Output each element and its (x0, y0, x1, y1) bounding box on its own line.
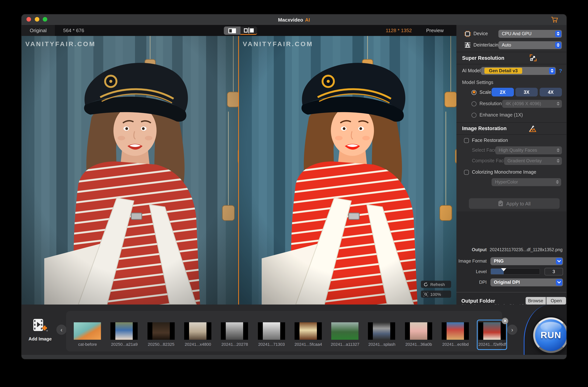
title-bar: MacxvideoAI (21, 14, 567, 25)
close-icon[interactable]: ✕ (502, 318, 508, 324)
settings-sidebar: Device CPU And GPU Deinterlacing Auto (456, 25, 567, 304)
tab-original[interactable]: Original (21, 25, 55, 36)
open-button[interactable]: Open (546, 297, 566, 304)
image-format-dropdown[interactable]: PNG (490, 257, 563, 265)
enhanced-photo (239, 36, 456, 304)
preview-size: 1128 * 1352 (386, 25, 412, 36)
thumbnail-image[interactable] (479, 322, 506, 340)
composite-face-row: Composite Face Gradient Overlay (456, 155, 567, 166)
scale-2x-button[interactable]: 2X (492, 88, 514, 96)
apply-to-all-button[interactable]: Apply to All (469, 198, 560, 209)
original-pane[interactable]: VANITYFAIR.COM (21, 36, 238, 304)
thumbnail-label: 20241...x4800 (177, 342, 219, 346)
output-row: Output 20241231170235...df_1128x1352.png (456, 244, 567, 255)
scroll-left-button[interactable]: ‹ (56, 324, 66, 335)
stepper-icon (555, 30, 561, 37)
device-dropdown[interactable]: CPU And GPU (498, 30, 562, 38)
deinterlacing-dropdown[interactable]: Auto (498, 41, 562, 49)
thumbnail-image[interactable] (111, 322, 138, 340)
deinterlacing-row: Deinterlacing Auto (456, 40, 567, 50)
ai-model-dropdown[interactable]: Gen Detail v3 (481, 67, 556, 75)
thumbnail[interactable]: 20241...a11327 (327, 311, 363, 351)
face-restoration-checkbox[interactable] (464, 138, 469, 143)
app-window: MacxvideoAI Original 564 * 676 1128 * 13… (21, 14, 567, 359)
thumbnail[interactable]: 20241...71303 (253, 311, 290, 351)
thumbnail-image[interactable] (442, 322, 469, 340)
thumbnail-image[interactable] (331, 322, 358, 340)
device-row: Device CPU And GPU (456, 28, 567, 39)
shopping-cart-icon[interactable] (550, 16, 558, 23)
thumbnail-image[interactable] (405, 322, 432, 340)
scale-3x-button[interactable]: 3X (515, 88, 538, 96)
colorizing-row: Colorizing Monochrome Image (456, 167, 567, 177)
thumbnail-image[interactable] (74, 322, 101, 340)
cpu-chip-icon (464, 30, 471, 37)
dpi-row: DPI Original DPI (456, 277, 567, 287)
thumbnail-label: 20241...71303 (251, 342, 292, 346)
select-face-dropdown: High Quality Faces (495, 146, 562, 154)
stepper-icon (555, 158, 561, 164)
enhance-radio[interactable] (472, 112, 476, 117)
composite-face-dropdown: Gradient Overlay (504, 157, 562, 165)
stepper-icon (554, 179, 560, 185)
level-slider-thumb[interactable] (501, 268, 506, 271)
thumbnail-image[interactable] (184, 322, 211, 340)
scale-radio[interactable] (472, 90, 476, 95)
colorizing-checkbox[interactable] (464, 170, 469, 174)
dpi-dropdown[interactable]: Original DPI (490, 278, 563, 286)
resolution-row: Resolution 4K (4096 X 4096) (456, 98, 567, 109)
thumbnail-label: 20241...20278 (214, 342, 255, 346)
thumbnail[interactable]: ✕20241...f2ef6df (474, 311, 511, 351)
watermark-text: VANITYFAIR.COM (25, 41, 96, 48)
thumbnail[interactable]: 20241...5fcaa4 (290, 311, 327, 351)
level-value: 3 (545, 268, 563, 275)
thumbnail[interactable]: cat-before (69, 311, 106, 351)
browse-button[interactable]: Browse (525, 297, 546, 304)
hypercolor-dropdown: HyperColor (492, 178, 561, 186)
thumbnail[interactable]: 20250...a21a9 (106, 311, 143, 351)
level-slider[interactable] (490, 268, 540, 275)
refresh-button[interactable]: Refresh (421, 281, 451, 288)
thumbnail-label: 20241...5fcaa4 (288, 342, 329, 346)
thumbnail-label: 20241...a11327 (324, 342, 366, 346)
output-filename: 20241231170235...df_1128x1352.png (490, 247, 563, 252)
thumbnail[interactable]: 20241...ec6bd (437, 311, 474, 351)
magic-restore-icon (528, 125, 536, 132)
run-button[interactable]: RUN (533, 317, 567, 353)
magnifier-icon (423, 292, 428, 296)
thumbnail[interactable]: 20241...36a0b (400, 311, 437, 351)
zoom-level-button[interactable]: 100% (421, 291, 451, 298)
scale-4x-button[interactable]: 4X (540, 88, 562, 96)
scroll-right-button[interactable]: › (507, 324, 517, 335)
compare-view: VANITYFAIR.COM VANITYFAIR.COM Refresh (21, 36, 456, 304)
thumbnail-image[interactable] (221, 322, 248, 340)
model-settings-row: Model Settings (456, 77, 567, 88)
original-size: 564 * 676 (63, 25, 84, 36)
split-view-button[interactable] (240, 26, 257, 35)
thumbnail-image[interactable] (368, 322, 395, 340)
thumbnail-image[interactable] (294, 322, 322, 340)
export-zone: Export Settings 1128*1352 PNG Output 202… (456, 212, 567, 304)
split-divider[interactable] (238, 36, 239, 304)
thumbnail-label: cat-before (67, 342, 108, 346)
single-view-button[interactable] (224, 26, 240, 35)
thumbnail-label: 20241...ec6bd (435, 342, 476, 346)
add-image-button[interactable]: Add Image (27, 319, 53, 342)
thumbnail-label: 20250...82325 (141, 342, 182, 346)
add-image-icon (32, 319, 48, 333)
view-mode-toggle (224, 26, 257, 35)
thumbnail[interactable]: 20241...20278 (216, 311, 253, 351)
expand-arrow-icon (529, 54, 537, 62)
thumbnail-image[interactable] (258, 322, 285, 340)
enhanced-pane[interactable]: VANITYFAIR.COM Refresh 100% (239, 36, 456, 304)
thumbnail-panel: cat-before20250...a21a920250...823252024… (66, 311, 502, 351)
resolution-radio[interactable] (472, 101, 476, 106)
thumbnail[interactable]: 20241...x4800 (180, 311, 216, 351)
help-icon[interactable]: ? (559, 68, 562, 74)
ai-model-row: AI Model Gen Detail v3 ? (456, 65, 567, 76)
thumbnail-label: 20241...f2ef6df (472, 342, 513, 346)
thumbnail-image[interactable] (147, 322, 174, 340)
thumbnail[interactable]: 20250...82325 (143, 311, 179, 351)
resolution-label: Resolution (480, 101, 502, 106)
thumbnail[interactable]: 20241...splash (364, 311, 400, 351)
